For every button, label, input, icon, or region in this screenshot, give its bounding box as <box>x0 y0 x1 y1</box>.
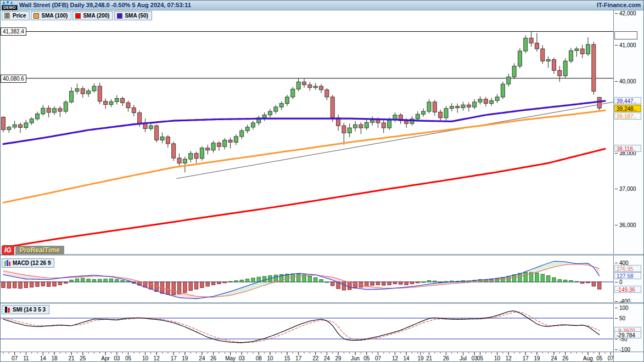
time-axis-label: 05 <box>596 355 603 361</box>
time-axis-label: 12 <box>506 355 512 361</box>
sma50-line <box>3 101 605 144</box>
time-axis-label: 05 <box>477 355 484 361</box>
it-finance-brand: IT-Finance.com <box>597 2 641 8</box>
ig-logo: IG <box>2 245 14 255</box>
time-axis-label: 25 <box>80 355 86 361</box>
time-axis-label: Jul <box>460 355 467 361</box>
macd-icon <box>4 260 10 266</box>
time-axis-label: 21 <box>426 355 433 361</box>
time-axis-label: May <box>225 355 236 361</box>
legend-sma200[interactable]: SMA (200) <box>72 11 113 20</box>
chart-window: DEMO Wall Street (DFB) Daily 39,248.0 -0… <box>0 0 644 362</box>
time-axis-label: 17 <box>171 355 177 361</box>
time-axis-label: 17 <box>523 355 529 361</box>
main-price-panel[interactable] <box>1 10 613 254</box>
sma200-line <box>3 149 605 247</box>
prorealtime-logo: ProRealTime <box>15 246 64 254</box>
time-axis-label: 21 <box>69 355 75 361</box>
smi-label-chip[interactable]: SMI (14 3 5 3 <box>2 305 49 314</box>
time-axis-label: 19 <box>534 355 540 361</box>
smi-axis-tick: 100 <box>615 304 629 311</box>
macd-label: MACD (12 26 9 <box>13 260 51 266</box>
time-axis-label: 11 <box>23 355 29 361</box>
time-axis-label: 14 <box>404 355 410 361</box>
sma50-swatch-icon <box>117 13 122 19</box>
time-axis-label: 15 <box>284 355 290 361</box>
legend-sma50-label: SMA (50) <box>125 13 148 19</box>
time-axis-label: Apr <box>101 355 110 361</box>
legend-price[interactable]: Price <box>2 11 30 20</box>
macd-label-chip[interactable]: MACD (12 26 9 <box>2 258 54 268</box>
demo-badge: DEMO <box>2 5 18 10</box>
legend-bar: Price SMA (100) SMA (200) SMA (50) <box>2 11 152 20</box>
time-axis-label: 17 <box>295 355 302 361</box>
legend-sma100[interactable]: SMA (100) <box>31 11 71 20</box>
sma200-value-tag: 38,118.. <box>614 145 641 152</box>
macd-panel[interactable] <box>1 256 613 303</box>
time-axis-label: 24 <box>324 355 331 361</box>
time-axis-label: 19 <box>417 355 424 361</box>
legend-sma100-label: SMA (100) <box>41 13 68 19</box>
sma200-swatch-icon <box>75 13 81 19</box>
level-axis-box <box>614 31 637 39</box>
sma100-swatch-icon <box>33 13 39 19</box>
smi-axis-tick: 50 <box>615 315 625 321</box>
last-price-tag: 39,248.. <box>614 105 641 112</box>
price-candles-icon <box>4 13 10 19</box>
price-axis-strip[interactable]: 42,00041,00040,00039,00038,00037,00036,0… <box>613 10 644 362</box>
title-bar: DEMO Wall Street (DFB) Daily 39,248.0 -0… <box>1 1 643 10</box>
time-axis-label: 18 <box>51 355 58 361</box>
time-axis-label: 12 <box>154 355 160 361</box>
sma100-value-tag: 39,187.. <box>614 112 641 120</box>
legend-price-label: Price <box>13 13 26 19</box>
smi-signal-line <box>3 312 600 342</box>
time-axis-label: 10 <box>142 355 149 361</box>
sma100-line <box>3 110 605 202</box>
time-axis-label: 24 <box>199 355 205 361</box>
legend-sma200-label: SMA (200) <box>83 13 109 19</box>
time-axis-label: 10 <box>494 355 501 361</box>
time-axis-label: 26 <box>210 355 217 361</box>
time-axis-label: 10 <box>267 355 273 361</box>
legend-sma50[interactable]: SMA (50) <box>114 11 152 20</box>
time-axis-label: Aug <box>583 355 593 361</box>
time-axis-label: 07 <box>12 355 18 361</box>
price-axis-tick: 42,000 <box>615 10 636 16</box>
smi-value-tag: -29.784 <box>614 331 641 338</box>
macd-line-value-tag: 127.58 <box>614 272 641 279</box>
price-axis-tick: 37,000 <box>615 186 636 193</box>
macd-signal-value-tag: 276.95 <box>614 265 641 272</box>
price-axis-tick: 41,000 <box>615 42 636 49</box>
time-axis-label: Jun <box>351 355 360 361</box>
price-axis-tick: 40,000 <box>615 78 636 84</box>
time-axis-label: 07 <box>608 355 613 361</box>
sma50-value-tag: 39,447.. <box>614 97 641 104</box>
time-axis-label: 05 <box>363 355 370 361</box>
time-axis-label: 03 <box>239 355 245 361</box>
smi-label: SMI (14 3 5 3 <box>13 307 46 313</box>
panel-divider[interactable] <box>1 254 644 256</box>
time-axis-label: 29 <box>335 355 341 361</box>
level-label-41382[interactable]: 41,382.4 <box>1 27 26 36</box>
time-axis-label: 03 <box>114 355 120 361</box>
panel-divider[interactable] <box>1 302 644 304</box>
macd-axis-tick: 0 <box>615 279 623 285</box>
smi-panel[interactable] <box>1 304 613 352</box>
time-axis-label: 24 <box>551 355 557 361</box>
time-axis-label: 08 <box>256 355 262 361</box>
time-axis-label: 19 <box>182 355 188 361</box>
time-axis-label: 26 <box>562 355 569 361</box>
candles-layer <box>2 31 602 172</box>
time-axis-label: 12 <box>392 355 399 361</box>
time-axis-label: 05 <box>125 355 132 361</box>
time-axis[interactable]: 071114182125Apr0305101217192426May030810… <box>1 352 613 362</box>
time-axis-label: 22 <box>312 355 319 361</box>
instrument-title: Wall Street (DFB) Daily 39,248.0 -0.50% … <box>19 2 191 8</box>
smi-line <box>3 311 600 343</box>
price-axis-tick: 36,000 <box>615 222 636 228</box>
macd-histogram-value-tag: -149.36 <box>614 286 641 293</box>
level-label-40080[interactable]: 40,080.6 <box>1 75 26 83</box>
axis-divider <box>1 352 644 352</box>
time-axis-label: 14 <box>40 355 47 361</box>
time-axis-label: 07 <box>375 355 382 361</box>
